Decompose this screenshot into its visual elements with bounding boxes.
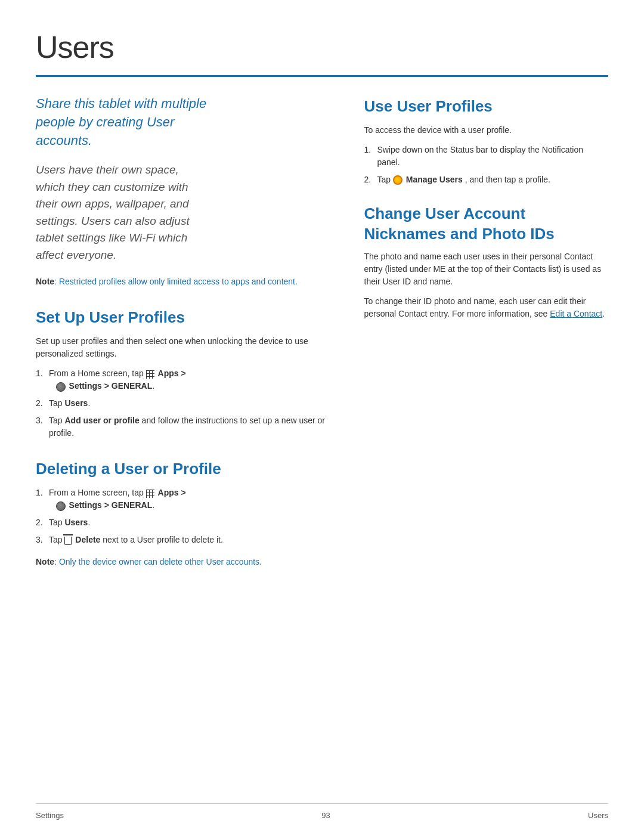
note-restricted-profiles: Note: Restricted profiles allow only lim… (36, 275, 335, 288)
settings-icon-2 (56, 500, 67, 510)
title-divider (36, 75, 608, 77)
use-profiles-step-1: 1. Swipe down on the Status bar to displ… (364, 144, 609, 169)
change-account-desc2: To change their ID photo and name, each … (364, 295, 609, 320)
settings-icon-1 (56, 381, 67, 391)
set-up-desc: Set up user profiles and then select one… (36, 335, 335, 360)
use-profiles-steps: 1. Swipe down on the Status bar to displ… (364, 144, 609, 186)
deleting-step-3: 3. Tap Delete next to a User profile to … (36, 534, 335, 546)
set-up-step-3: 3. Tap Add user or profile and follow th… (36, 414, 335, 439)
set-up-heading: Set Up User Profiles (36, 306, 335, 329)
deleting-steps: 1. From a Home screen, tap Apps > Settin… (36, 487, 335, 546)
note-label-2: Note (36, 557, 54, 566)
section-deleting: Deleting a User or Profile 1. From a Hom… (36, 457, 335, 568)
page-title: Users (36, 24, 608, 70)
left-column: Share this tablet with multiple people b… (36, 95, 335, 586)
set-up-step-1: 1. From a Home screen, tap Apps > Settin… (36, 367, 335, 392)
intro-paragraph-2: Users have their own space, which they c… (36, 162, 335, 264)
use-profiles-step-2: 2. Tap Manage Users , and then tap a pro… (364, 174, 609, 186)
section-use-profiles: Use User Profiles To access the device w… (364, 95, 609, 186)
change-account-heading: Change User Account Nicknames and Photo … (364, 204, 609, 244)
manage-icon (393, 175, 404, 184)
section-change-account: Change User Account Nicknames and Photo … (364, 204, 609, 320)
change-account-desc1: The photo and name each user uses in the… (364, 250, 609, 288)
note-label: Note (36, 277, 54, 286)
footer-left: Settings (36, 810, 64, 822)
footer-page-number: 93 (321, 810, 330, 822)
use-profiles-desc: To access the device with a user profile… (364, 124, 609, 137)
section-set-up-profiles: Set Up User Profiles Set up user profile… (36, 306, 335, 439)
trash-icon-container (64, 535, 73, 544)
deleting-step-2: 2. Tap Users. (36, 516, 335, 529)
right-column: Use User Profiles To access the device w… (364, 95, 609, 586)
set-up-steps: 1. From a Home screen, tap Apps > Settin… (36, 367, 335, 439)
note-device-owner: Note: Only the device owner can delete o… (36, 556, 335, 568)
grid-icon (146, 368, 156, 378)
use-profiles-heading: Use User Profiles (364, 95, 609, 118)
deleting-heading: Deleting a User or Profile (36, 457, 335, 481)
footer-right: Users (588, 810, 608, 822)
intro-paragraph-1: Share this tablet with multiple people b… (36, 95, 335, 150)
set-up-step-2: 2. Tap Users. (36, 397, 335, 410)
page-footer: Settings 93 Users (36, 803, 608, 822)
deleting-step-1: 1. From a Home screen, tap Apps > Settin… (36, 487, 335, 512)
grid-icon-2 (146, 488, 156, 497)
edit-contact-link[interactable]: Edit a Contact (550, 309, 602, 318)
